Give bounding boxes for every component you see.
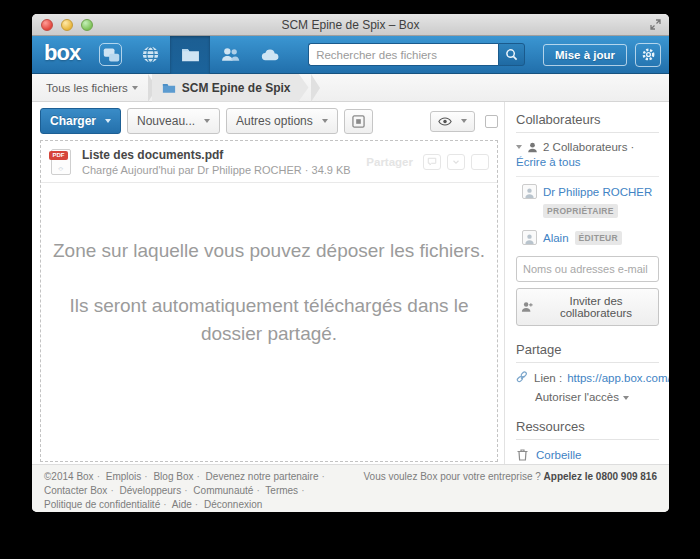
- share-action[interactable]: Partager: [366, 156, 413, 168]
- fullscreen-icon[interactable]: [649, 18, 662, 31]
- footer-link[interactable]: Déconnexion: [204, 499, 262, 510]
- eye-icon: [438, 117, 452, 126]
- footer-link[interactable]: Devenez notre partenaire: [206, 471, 319, 482]
- nav-notes[interactable]: [90, 36, 130, 74]
- drop-zone-line-2: Ils seront automatiquement téléchargés d…: [41, 292, 497, 347]
- divider: [516, 176, 659, 177]
- avatar: [522, 230, 537, 245]
- chevron-down-icon: [623, 396, 629, 400]
- invite-collaborators-button[interactable]: Inviter des collaborateurs: [516, 288, 659, 326]
- footer-links-line-2: Politique de confidentialité· Aide· Déco…: [44, 498, 363, 512]
- details-view-button[interactable]: [344, 109, 373, 134]
- view-options-button[interactable]: [430, 111, 475, 132]
- drop-zone-line-1: Zone sur laquelle vous pouvez déposer le…: [53, 237, 485, 265]
- select-all-checkbox[interactable]: [485, 115, 498, 128]
- footer-link[interactable]: Communauté: [193, 485, 253, 496]
- toolbar: Charger Nouveau... Autres options: [40, 102, 498, 138]
- footer-link[interactable]: Politique de confidentialité: [44, 499, 160, 510]
- chevron-down-icon: [461, 119, 467, 123]
- collapse-icon[interactable]: [516, 145, 522, 149]
- gear-icon: [641, 47, 656, 62]
- more-options-button[interactable]: Autres options: [226, 108, 338, 134]
- breadcrumb-root[interactable]: Tous les fichiers: [46, 82, 138, 94]
- role-badge: ÉDITEUR: [575, 231, 622, 245]
- link-icon: [516, 371, 529, 384]
- search-bar: [308, 43, 525, 66]
- collaborator-row: Alain ÉDITEUR: [522, 230, 659, 245]
- footer-links-line-1: ©2014 Box· Emplois· Blog Box· Devenez no…: [44, 470, 363, 498]
- chevron-down-icon: [204, 119, 210, 123]
- globe-icon: [141, 45, 160, 64]
- drop-zone-message: Zone sur laquelle vous pouvez déposer le…: [41, 183, 497, 461]
- pdf-file-icon: PDF ⌔: [49, 149, 72, 176]
- file-row[interactable]: PDF ⌔ Liste des documents.pdf Chargé Auj…: [41, 141, 497, 183]
- collaborators-count: 2 Collaborateurs ·: [543, 141, 634, 153]
- file-area: Charger Nouveau... Autres options: [32, 102, 505, 464]
- breadcrumb-current[interactable]: SCM Epine de Spix: [152, 74, 309, 102]
- allow-access-control[interactable]: Autoriser l'accès: [535, 391, 659, 403]
- collaborators-title: Collaborateurs: [516, 112, 659, 133]
- person-icon: [527, 142, 538, 153]
- update-button[interactable]: Mise à jour: [543, 44, 627, 66]
- resource-trash[interactable]: Corbeille: [516, 448, 659, 461]
- file-drop-zone[interactable]: PDF ⌔ Liste des documents.pdf Chargé Auj…: [40, 140, 498, 462]
- chevron-down-icon: [322, 119, 328, 123]
- share-link-url[interactable]: https://app.box.com/s/...: [567, 372, 669, 384]
- people-icon: [221, 45, 240, 64]
- app-window: SCM Epine de Spix – Box box: [32, 14, 669, 512]
- role-badge: PROPRIÉTAIRE: [543, 204, 618, 218]
- collaborator-name[interactable]: Dr Philippe ROCHER: [543, 186, 652, 198]
- upload-button[interactable]: Charger: [40, 108, 121, 134]
- collaborators-count-row[interactable]: 2 Collaborateurs ·: [516, 141, 659, 153]
- app-header: box: [32, 36, 669, 74]
- footer-link[interactable]: Contacter Box: [44, 485, 107, 496]
- footer-link[interactable]: Développeurs: [120, 485, 182, 496]
- invite-email-input[interactable]: [516, 256, 659, 282]
- trash-icon: [516, 448, 529, 461]
- nav-cloud[interactable]: [250, 36, 290, 74]
- footer-link[interactable]: Blog Box: [153, 471, 193, 482]
- share-link-label: Lien :: [534, 372, 562, 384]
- notes-icon: [99, 43, 122, 66]
- nav-sync[interactable]: [130, 36, 170, 74]
- file-meta: Chargé Aujourd'hui par Dr Philippe ROCHE…: [82, 164, 351, 176]
- footer-link[interactable]: Aide: [172, 499, 192, 510]
- new-button[interactable]: Nouveau...: [127, 108, 220, 134]
- details-view-icon: [352, 115, 365, 128]
- file-options-button[interactable]: [447, 154, 465, 170]
- resources-title: Ressources: [516, 419, 659, 440]
- sidebar: Collaborateurs 2 Collaborateurs · Écrire…: [505, 102, 669, 464]
- footer-phone: Appelez le 0800 909 816: [544, 471, 657, 482]
- nav-collaborators[interactable]: [210, 36, 250, 74]
- comment-button[interactable]: [423, 154, 441, 170]
- email-all-link[interactable]: Écrire à tous: [516, 156, 659, 168]
- search-button[interactable]: [498, 43, 525, 66]
- footer-promo: Vous voulez Box pour votre entreprise ? …: [363, 470, 657, 512]
- settings-button[interactable]: [635, 43, 661, 67]
- primary-nav: [90, 36, 290, 74]
- file-name[interactable]: Liste des documents.pdf: [82, 148, 351, 162]
- footer-copyright: ©2014 Box: [44, 471, 94, 482]
- search-input[interactable]: [308, 43, 498, 66]
- chevron-down-icon: [132, 86, 138, 90]
- box-logo[interactable]: box: [40, 40, 90, 69]
- breadcrumb-tail-icon: [311, 74, 320, 102]
- sharing-title: Partage: [516, 342, 659, 363]
- collaborator-name[interactable]: Alain: [543, 232, 569, 244]
- breadcrumb: Tous les fichiers SCM Epine de Spix: [32, 74, 669, 102]
- file-row-actions: Partager: [366, 154, 489, 170]
- avatar: [522, 184, 537, 199]
- footer-link[interactable]: Emplois: [106, 471, 142, 482]
- folder-small-icon: [162, 82, 176, 94]
- nav-files[interactable]: [170, 36, 210, 74]
- search-icon: [505, 48, 518, 61]
- file-select-checkbox[interactable]: [471, 154, 489, 170]
- person-plus-icon: [521, 301, 533, 313]
- cloud-icon: [261, 45, 280, 64]
- titlebar[interactable]: SCM Epine de Spix – Box: [32, 14, 669, 36]
- footer-link[interactable]: Termes: [265, 485, 298, 496]
- window-title: SCM Epine de Spix – Box: [32, 18, 669, 32]
- chevron-down-icon: [105, 119, 111, 123]
- folder-icon: [181, 45, 200, 64]
- footer: ©2014 Box· Emplois· Blog Box· Devenez no…: [32, 464, 669, 512]
